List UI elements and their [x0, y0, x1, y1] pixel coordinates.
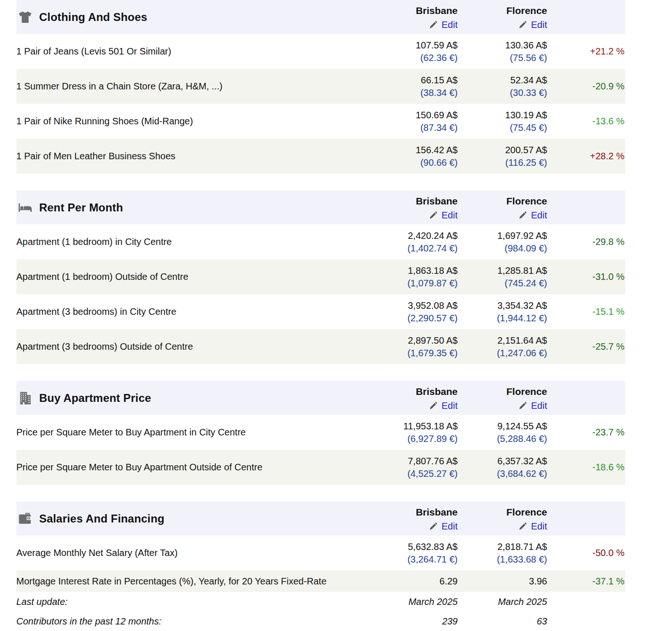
florence-last-update: March 2025 — [458, 596, 547, 608]
florence-amount: 200.57 A$ — [458, 144, 547, 156]
edit-label: Edit — [442, 210, 458, 221]
brisbane-value-cell: 2,897.50 A$ (1,679.35 €) — [368, 334, 458, 360]
table-row: 1 Pair of Men Leather Business Shoes 156… — [16, 139, 625, 174]
section-salaries: Salaries And Financing Brisbane Edit Flo… — [16, 502, 625, 631]
florence-euro-amount: (3,684.62 €) — [458, 468, 547, 480]
brisbane-amount: 156.42 A$ — [368, 144, 458, 156]
edit-label: Edit — [531, 400, 547, 411]
section-clothing: Clothing And Shoes Brisbane Edit Florenc… — [16, 0, 625, 174]
brisbane-value-cell: 6.29 — [368, 575, 458, 588]
florence-column-header: Florence Edit — [458, 195, 547, 221]
section-title: Clothing And Shoes — [39, 11, 147, 24]
item-label: Price per Square Meter to Buy Apartment … — [16, 427, 368, 438]
edit-brisbane-link[interactable]: Edit — [429, 210, 458, 221]
florence-value-cell: 6,357.32 A$ (3,684.62 €) — [458, 455, 547, 480]
florence-euro-amount: (30.33 €) — [458, 87, 547, 99]
difference-percent: -31.0 % — [592, 271, 624, 282]
section-header: Salaries And Financing Brisbane Edit Flo… — [16, 502, 625, 536]
footer-row-last-update: Last update: March 2025 March 2025 — [16, 592, 625, 611]
pencil-icon — [429, 211, 438, 220]
edit-brisbane-link[interactable]: Edit — [429, 20, 458, 30]
brisbane-value-cell: 150.69 A$ (87.34 €) — [368, 109, 458, 134]
building-icon — [18, 391, 33, 406]
brisbane-column-header: Brisbane Edit — [368, 195, 458, 221]
city-name-florence: Florence — [506, 507, 547, 518]
edit-florence-link[interactable]: Edit — [518, 521, 547, 532]
florence-value-cell: 2,151.64 A$ (1,247.06 €) — [458, 334, 547, 360]
brisbane-value-cell: 7,807.76 A$ (4,525.27 €) — [368, 455, 458, 480]
table-row: 1 Pair of Nike Running Shoes (Mid-Range)… — [16, 104, 625, 139]
table-row: Apartment (1 bedroom) in City Centre 2,4… — [16, 224, 625, 259]
cost-comparison-table: Clothing And Shoes Brisbane Edit Florenc… — [16, 0, 625, 631]
brisbane-amount: 1,863.18 A$ — [368, 265, 458, 277]
edit-label: Edit — [531, 210, 547, 221]
brisbane-euro-amount: (1,079.87 €) — [368, 277, 458, 290]
city-name-brisbane: Brisbane — [416, 386, 458, 397]
brisbane-euro-amount: (1,402.74 €) — [368, 242, 458, 255]
brisbane-euro-amount: (87.34 €) — [368, 122, 458, 134]
brisbane-amount: 6.29 — [368, 575, 458, 588]
city-name-florence: Florence — [506, 5, 547, 16]
table-row: Apartment (1 bedroom) Outside of Centre … — [16, 259, 625, 294]
florence-value-cell: 2,818.71 A$ (1,633.68 €) — [458, 541, 547, 566]
difference-percent: -13.6 % — [592, 116, 624, 126]
brisbane-euro-amount: (2,290.57 €) — [368, 312, 458, 325]
table-row: Price per Square Meter to Buy Apartment … — [16, 450, 625, 485]
brisbane-amount: 2,897.50 A$ — [368, 334, 458, 347]
florence-amount: 2,818.71 A$ — [458, 541, 547, 553]
difference-percent: +28.2 % — [590, 151, 624, 161]
florence-euro-amount: (75.45 €) — [458, 122, 547, 134]
edit-florence-link[interactable]: Edit — [518, 210, 547, 221]
florence-column-header: Florence Edit — [458, 4, 547, 30]
edit-label: Edit — [442, 20, 458, 30]
brisbane-euro-amount: (3,264.71 €) — [368, 553, 458, 566]
edit-label: Edit — [442, 400, 458, 411]
florence-value-cell: 130.36 A$ (75.56 €) — [458, 39, 547, 64]
brisbane-value-cell: 107.59 A$ (62.36 €) — [368, 39, 458, 64]
table-row: Apartment (3 bedrooms) Outside of Centre… — [16, 329, 625, 364]
item-label: 1 Summer Dress in a Chain Store (Zara, H… — [16, 81, 368, 92]
florence-value-cell: 200.57 A$ (116.25 €) — [458, 144, 547, 169]
difference-percent: -23.7 % — [592, 427, 624, 437]
edit-brisbane-link[interactable]: Edit — [429, 400, 458, 411]
city-name-brisbane: Brisbane — [416, 196, 458, 207]
difference-percent: -18.6 % — [592, 462, 624, 472]
florence-euro-amount: (745.24 €) — [458, 277, 547, 290]
bed-icon — [18, 200, 33, 215]
florence-value-cell: 9,124.55 A$ (5,288.46 €) — [458, 420, 547, 445]
item-label: Mortgage Interest Rate in Percentages (%… — [16, 576, 368, 587]
city-name-florence: Florence — [506, 196, 547, 207]
item-label: Price per Square Meter to Buy Apartment … — [16, 462, 368, 473]
florence-value-cell: 1,285.81 A$ (745.24 €) — [458, 265, 547, 290]
city-name-brisbane: Brisbane — [416, 5, 458, 16]
section-rent: Rent Per Month Brisbane Edit Florence Ed… — [16, 190, 625, 364]
section-title: Rent Per Month — [39, 201, 123, 214]
brisbane-value-cell: 5,632.83 A$ (3,264.71 €) — [368, 541, 458, 566]
florence-euro-amount: (1,247.06 €) — [458, 347, 547, 360]
table-row: Price per Square Meter to Buy Apartment … — [16, 415, 625, 450]
florence-column-header: Florence Edit — [458, 506, 547, 532]
difference-percent: -50.0 % — [592, 548, 624, 558]
florence-value-cell: 1,697.92 A$ (984.09 €) — [458, 230, 547, 255]
pencil-icon — [518, 522, 527, 531]
florence-amount: 130.36 A$ — [458, 39, 547, 52]
brisbane-last-update: March 2025 — [368, 596, 458, 608]
item-label: Apartment (3 bedrooms) in City Centre — [16, 306, 368, 317]
florence-column-header: Florence Edit — [458, 385, 547, 411]
florence-euro-amount: (1,633.68 €) — [458, 553, 547, 566]
florence-euro-amount: (5,288.46 €) — [458, 433, 547, 445]
florence-value-cell: 3,354.32 A$ (1,944.12 €) — [458, 299, 547, 325]
brisbane-value-cell: 1,863.18 A$ (1,079.87 €) — [368, 265, 458, 290]
edit-florence-link[interactable]: Edit — [518, 400, 547, 411]
brisbane-column-header: Brisbane Edit — [368, 385, 458, 411]
brisbane-column-header: Brisbane Edit — [368, 4, 458, 30]
florence-value-cell: 130.19 A$ (75.45 €) — [458, 109, 547, 134]
edit-florence-link[interactable]: Edit — [518, 20, 547, 30]
florence-value-cell: 52.34 A$ (30.33 €) — [458, 74, 547, 99]
florence-amount: 1,697.92 A$ — [458, 230, 547, 242]
edit-brisbane-link[interactable]: Edit — [429, 521, 458, 532]
table-row: Mortgage Interest Rate in Percentages (%… — [16, 570, 625, 592]
brisbane-amount: 66.15 A$ — [368, 74, 458, 87]
section-header: Rent Per Month Brisbane Edit Florence Ed… — [16, 190, 625, 224]
florence-amount: 6,357.32 A$ — [458, 455, 547, 468]
